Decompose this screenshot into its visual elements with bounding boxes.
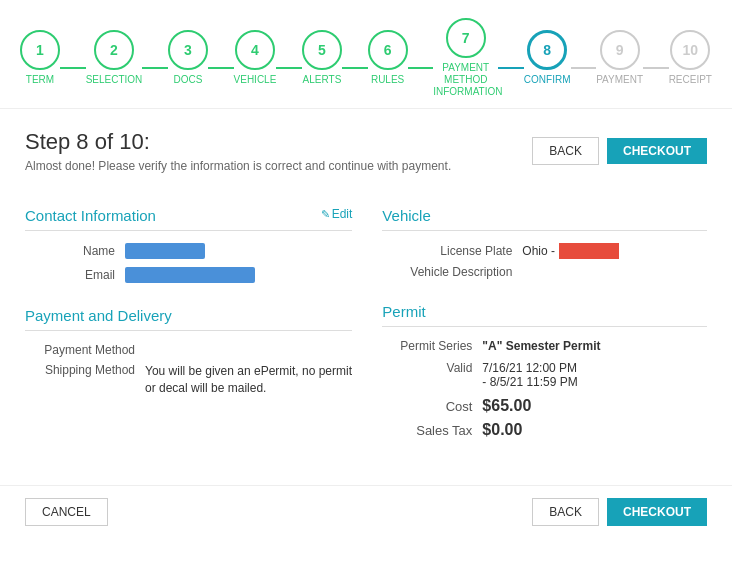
step-label-5: ALERTS — [303, 74, 342, 86]
step-label-4: VEHICLE — [234, 74, 277, 86]
step-7: 7 PAYMENT METHOD INFORMATION — [433, 18, 498, 98]
step-label-3: DOCS — [173, 74, 202, 86]
permit-valid-row: Valid 7/16/21 12:00 PM- 8/5/21 11:59 PM — [382, 361, 707, 389]
step-circle-4: 4 — [235, 30, 275, 70]
edit-label: Edit — [332, 207, 353, 221]
cost-label: Cost — [382, 399, 472, 414]
step-5: 5 ALERTS — [302, 30, 342, 86]
payment-method-row: Payment Method — [25, 343, 352, 357]
connector-2-3 — [142, 67, 168, 69]
connector-6-7 — [408, 67, 434, 69]
shipping-method-value: You will be given an ePermit, no permit … — [145, 363, 352, 397]
step-4: 4 VEHICLE — [234, 30, 277, 86]
connector-8-9 — [571, 67, 597, 69]
email-field-row: Email — [25, 267, 352, 283]
step-circle-1: 1 — [20, 30, 60, 70]
step-header: Step 8 of 10: Almost done! Please verify… — [25, 129, 707, 187]
payment-method-label: Payment Method — [25, 343, 135, 357]
step-circle-7: 7 — [446, 18, 486, 58]
step-header-right: BACK CHECKOUT — [532, 137, 707, 165]
shipping-method-label: Shipping Method — [25, 363, 135, 377]
contact-section-title: Contact Information ✎Edit — [25, 207, 352, 231]
edit-link[interactable]: ✎Edit — [321, 207, 353, 221]
tax-value: $0.00 — [482, 421, 522, 439]
contact-section: Contact Information ✎Edit Name Email — [25, 207, 352, 283]
footer-right: BACK CHECKOUT — [532, 498, 707, 526]
tax-label: Sales Tax — [382, 423, 472, 438]
plate-redacted-bar — [559, 243, 619, 259]
license-plate-row: License Plate Ohio - — [382, 243, 707, 259]
step-circle-9: 9 — [600, 30, 640, 70]
name-field-row: Name — [25, 243, 352, 259]
left-column: Contact Information ✎Edit Name Email Pay… — [25, 207, 352, 445]
checkout-button-bottom[interactable]: CHECKOUT — [607, 498, 707, 526]
permit-series-label: Permit Series — [382, 339, 472, 353]
right-column: Vehicle License Plate Ohio - Vehicle Des… — [382, 207, 707, 445]
permit-valid-label: Valid — [382, 361, 472, 375]
permit-series-row: Permit Series "A" Semester Permit — [382, 339, 707, 353]
step-header-left: Step 8 of 10: Almost done! Please verify… — [25, 129, 451, 187]
checkout-button-top[interactable]: CHECKOUT — [607, 138, 707, 164]
step-label-10: RECEIPT — [669, 74, 712, 86]
edit-icon: ✎ — [321, 208, 330, 220]
permit-section: Permit Permit Series "A" Semester Permit… — [382, 303, 707, 439]
email-label: Email — [25, 268, 115, 282]
step-circle-10: 10 — [670, 30, 710, 70]
step-label-9: PAYMENT — [596, 74, 643, 86]
cancel-button[interactable]: CANCEL — [25, 498, 108, 526]
cost-value: $65.00 — [482, 397, 531, 415]
vehicle-section: Vehicle License Plate Ohio - Vehicle Des… — [382, 207, 707, 279]
vehicle-section-title: Vehicle — [382, 207, 707, 231]
permit-series-value: "A" Semester Permit — [482, 339, 600, 353]
step-subtext: Almost done! Please verify the informati… — [25, 159, 451, 173]
permit-section-title: Permit — [382, 303, 707, 327]
main-content: Step 8 of 10: Almost done! Please verify… — [0, 109, 732, 465]
license-plate-label: License Plate — [382, 244, 512, 258]
step-2: 2 SELECTION — [86, 30, 143, 86]
connector-7-8 — [498, 67, 524, 69]
permit-series-value-text: "A" Semester Permit — [482, 339, 600, 353]
connector-5-6 — [342, 67, 368, 69]
email-value-bar — [125, 267, 255, 283]
step-1: 1 TERM — [20, 30, 60, 86]
vehicle-desc-label: Vehicle Description — [382, 265, 512, 279]
step-10: 10 RECEIPT — [669, 30, 712, 86]
name-label: Name — [25, 244, 115, 258]
plate-value: Ohio - — [522, 243, 619, 259]
step-circle-8: 8 — [527, 30, 567, 70]
two-col-layout: Contact Information ✎Edit Name Email Pay… — [25, 207, 707, 445]
connector-1-2 — [60, 67, 86, 69]
cost-row: Cost $65.00 — [382, 397, 707, 415]
step-heading: Step 8 of 10: — [25, 129, 451, 155]
step-label-8: CONFIRM — [524, 74, 571, 86]
connector-3-4 — [208, 67, 234, 69]
stepper: 1 TERM 2 SELECTION 3 DOCS 4 VEHICLE 5 AL… — [0, 0, 732, 109]
step-circle-2: 2 — [94, 30, 134, 70]
connector-9-10 — [643, 67, 669, 69]
step-label-6: RULES — [371, 74, 404, 86]
contact-title-text: Contact Information — [25, 207, 156, 224]
step-9: 9 PAYMENT — [596, 30, 643, 86]
plate-state-text: Ohio - — [522, 244, 555, 258]
step-label-1: TERM — [26, 74, 54, 86]
back-button-bottom[interactable]: BACK — [532, 498, 599, 526]
back-button-top[interactable]: BACK — [532, 137, 599, 165]
vehicle-desc-row: Vehicle Description — [382, 265, 707, 279]
name-value-bar — [125, 243, 205, 259]
payment-delivery-section: Payment and Delivery Payment Method Ship… — [25, 307, 352, 397]
step-label-7: PAYMENT METHOD INFORMATION — [433, 62, 498, 98]
step-3: 3 DOCS — [168, 30, 208, 86]
step-8: 8 CONFIRM — [524, 30, 571, 86]
tax-row: Sales Tax $0.00 — [382, 421, 707, 439]
step-circle-3: 3 — [168, 30, 208, 70]
connector-4-5 — [276, 67, 302, 69]
step-6: 6 RULES — [368, 30, 408, 86]
stepper-row: 1 TERM 2 SELECTION 3 DOCS 4 VEHICLE 5 AL… — [10, 18, 722, 98]
permit-valid-value: 7/16/21 12:00 PM- 8/5/21 11:59 PM — [482, 361, 577, 389]
step-label-2: SELECTION — [86, 74, 143, 86]
step-circle-6: 6 — [368, 30, 408, 70]
step-circle-5: 5 — [302, 30, 342, 70]
shipping-method-row: Shipping Method You will be given an ePe… — [25, 363, 352, 397]
footer: CANCEL BACK CHECKOUT — [0, 485, 732, 538]
payment-delivery-title: Payment and Delivery — [25, 307, 352, 331]
